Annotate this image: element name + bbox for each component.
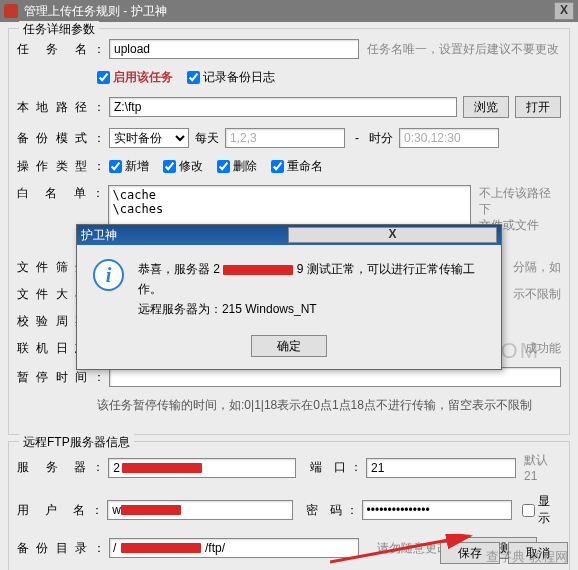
save-button[interactable]: 保存 [440, 542, 500, 564]
window-titlebar: 管理上传任务规则 - 护卫神 X [0, 0, 578, 22]
op-mod-checkbox[interactable] [163, 160, 176, 173]
dialog-ok-button[interactable]: 确定 [251, 335, 327, 357]
show-pass-label: 显示 [538, 493, 561, 527]
op-del-label: 删除 [233, 158, 257, 175]
pause-time-input[interactable] [109, 367, 561, 387]
enable-task-checkbox[interactable] [97, 71, 110, 84]
ftp-server-title: 远程FTP服务器信息 [19, 434, 134, 451]
redaction [223, 265, 293, 275]
backup-dir-hint: 请勿随意更改 [377, 540, 449, 557]
op-del-checkbox[interactable] [217, 160, 230, 173]
server-label: 服 务 器 [17, 459, 88, 476]
days-input[interactable] [225, 128, 345, 148]
pause-hint: 该任务暂停传输的时间，如:0|1|18表示在0点1点18点不进行传输，留空表示不… [97, 397, 532, 414]
whitelist-label: 白 名 单 [17, 185, 88, 202]
backup-mode-label: 备份模式 [17, 130, 89, 147]
window-title: 管理上传任务规则 - 护卫神 [24, 3, 554, 20]
time-label: 时分 [369, 130, 393, 147]
dialog-titlebar: 护卫神 X [77, 225, 501, 245]
redaction [121, 505, 181, 515]
user-label: 用 户 名 [17, 502, 87, 519]
port-input[interactable] [366, 458, 516, 478]
dialog-title: 护卫神 [81, 227, 288, 244]
local-path-input[interactable] [109, 97, 457, 117]
browse-button[interactable]: 浏览 [463, 96, 509, 118]
op-type-label: 操作类型 [17, 158, 89, 175]
time-input[interactable] [399, 128, 499, 148]
show-pass-checkbox[interactable] [522, 504, 535, 517]
enable-task-label: 启用该任务 [113, 69, 173, 86]
dash: - [355, 131, 359, 145]
task-name-label: 任 务 名 [17, 41, 89, 58]
backup-mode-select[interactable]: 实时备份 [109, 128, 189, 148]
dialog-message: 恭喜，服务器 2 9 测试正常，可以进行正常传输工作。 远程服务器为：215 W… [138, 259, 485, 319]
op-ren-label: 重命名 [287, 158, 323, 175]
cancel-button[interactable]: 取消 [508, 542, 568, 564]
task-name-input[interactable] [109, 39, 359, 59]
info-icon: i [93, 259, 124, 291]
redaction [121, 543, 201, 553]
file-filter-hint: 分隔，如 [513, 259, 561, 276]
open-button[interactable]: 打开 [515, 96, 561, 118]
app-icon [4, 4, 18, 18]
every-day-label: 每天 [195, 130, 219, 147]
link-log-hint: 成功能 [525, 340, 561, 357]
pass-label: 密 码 [293, 502, 342, 519]
task-params-title: 任务详细参数 [19, 21, 99, 38]
message-dialog: 护卫神 X i 恭喜，服务器 2 9 测试正常，可以进行正常传输工作。 远程服务… [76, 224, 502, 370]
op-ren-checkbox[interactable] [271, 160, 284, 173]
op-new-label: 新增 [125, 158, 149, 175]
op-new-checkbox[interactable] [109, 160, 122, 173]
log-backup-label: 记录备份日志 [203, 69, 275, 86]
window-close-button[interactable]: X [554, 2, 574, 20]
pause-time-label: 暂停时间 [17, 369, 89, 386]
task-name-hint: 任务名唯一，设置好后建议不要更改 [367, 41, 559, 58]
log-backup-checkbox[interactable] [187, 71, 200, 84]
redaction [122, 463, 202, 473]
whitelist-textarea[interactable]: \cache \caches [108, 185, 471, 229]
pass-input[interactable] [362, 500, 512, 520]
port-label: 端 口 [296, 459, 346, 476]
file-size-hint: 示不限制 [513, 286, 561, 303]
backup-dir-label: 备份目录 [17, 540, 89, 557]
port-hint: 默认21 [524, 452, 561, 483]
local-path-label: 本地路径 [17, 99, 89, 116]
dialog-close-button[interactable]: X [288, 227, 497, 243]
op-mod-label: 修改 [179, 158, 203, 175]
